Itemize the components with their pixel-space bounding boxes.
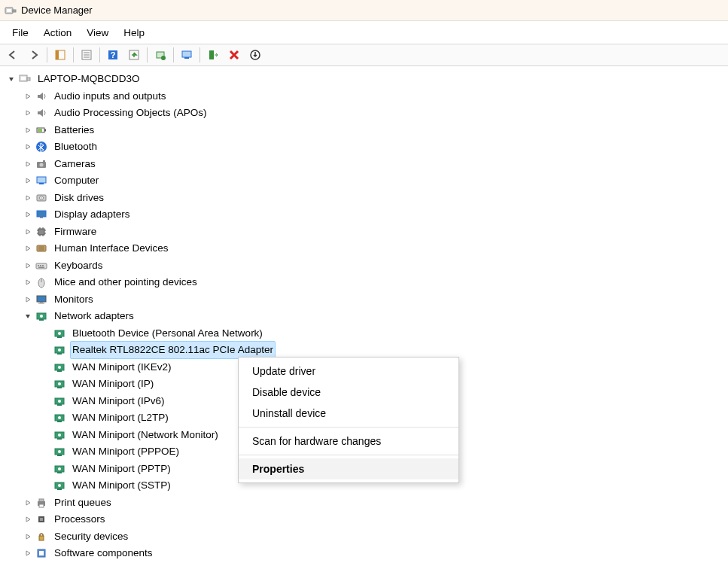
expander-icon[interactable] [23, 296, 33, 303]
svg-rect-56 [40, 302, 43, 303]
expander-icon[interactable] [23, 126, 33, 134]
device-label[interactable]: WAN Miniport (IKEv2) [70, 358, 174, 376]
svg-point-26 [40, 163, 44, 166]
enable-device-button[interactable] [203, 46, 223, 64]
svg-rect-71 [57, 387, 62, 388]
expander-icon[interactable] [23, 211, 33, 218]
menu-view[interactable]: View [79, 24, 116, 41]
category-label[interactable]: Software components [52, 544, 155, 562]
context-menu-separator [239, 427, 458, 428]
category-label[interactable]: Processors [52, 510, 108, 528]
svg-rect-2 [13, 10, 16, 12]
svg-point-84 [58, 450, 61, 453]
show-hide-console-button[interactable] [50, 46, 70, 64]
expander-icon[interactable] [23, 177, 33, 184]
category-label[interactable]: Bluetooth [52, 138, 99, 156]
svg-point-87 [58, 467, 61, 470]
context-menu-item[interactable]: Properties [239, 458, 458, 479]
menu-help[interactable]: Help [116, 24, 152, 41]
context-menu-item[interactable]: Scan for hardware changes [239, 431, 458, 452]
device-label[interactable]: WAN Miniport (IP) [70, 375, 156, 393]
svg-rect-1 [7, 9, 11, 12]
svg-point-60 [40, 315, 43, 318]
context-menu-item[interactable]: Update driver [239, 361, 458, 382]
context-menu-item[interactable]: Uninstall device [239, 403, 458, 424]
svg-point-72 [58, 382, 61, 385]
security-icon [35, 531, 48, 543]
device-label[interactable]: WAN Miniport (Network Monitor) [70, 426, 221, 444]
svg-rect-34 [40, 217, 43, 218]
category-label[interactable]: Audio inputs and outputs [52, 87, 169, 105]
category-label[interactable]: Network adapters [52, 307, 136, 325]
expander-icon[interactable] [23, 194, 33, 202]
expander-icon[interactable] [23, 228, 33, 236]
category-label[interactable]: Mice and other pointing devices [52, 273, 200, 291]
category-label[interactable]: Firmware [52, 223, 99, 241]
context-menu-separator [239, 455, 458, 455]
svg-rect-49 [38, 265, 39, 266]
category-label[interactable]: Monitors [52, 291, 96, 309]
disable-device-button[interactable] [224, 46, 244, 64]
device-label[interactable]: WAN Miniport (IPv6) [70, 392, 167, 410]
properties-button[interactable] [77, 46, 96, 64]
category-label[interactable]: Disk drives [52, 189, 106, 207]
window-title: Device Manager [21, 5, 93, 16]
context-menu: Update driverDisable deviceUninstall dev… [238, 357, 459, 483]
expander-icon[interactable] [23, 93, 33, 100]
device-label[interactable]: WAN Miniport (L2TP) [70, 409, 171, 427]
svg-rect-51 [42, 265, 44, 266]
category-label[interactable]: Display adapters [52, 205, 133, 224]
expander-icon[interactable] [23, 160, 33, 168]
svg-rect-23 [38, 129, 42, 132]
context-menu-item[interactable]: Disable device [239, 382, 458, 403]
svg-rect-77 [57, 421, 62, 422]
menu-file[interactable]: File [5, 24, 36, 41]
expander-icon[interactable] [23, 499, 33, 507]
svg-rect-52 [38, 266, 44, 268]
expander-icon[interactable] [23, 245, 33, 252]
expander-icon[interactable] [23, 516, 33, 523]
category-label[interactable]: Cameras [52, 155, 98, 173]
monitor-icon [35, 294, 48, 306]
printer-icon [35, 497, 48, 509]
battery-icon [35, 124, 48, 136]
device-tree[interactable]: LAPTOP-MQBCDD3O Audio inputs and outputs… [0, 66, 728, 563]
category-label[interactable]: Keyboards [52, 257, 105, 275]
root-node-label[interactable]: LAPTOP-MQBCDD3O [35, 70, 142, 88]
svg-rect-33 [37, 211, 46, 217]
svg-rect-22 [44, 129, 46, 131]
expander-icon[interactable] [23, 143, 33, 151]
titlebar: Device Manager [0, 0, 728, 21]
svg-rect-62 [57, 336, 62, 338]
scan-hardware-button[interactable] [177, 46, 196, 64]
expander-icon[interactable] [6, 75, 17, 83]
back-button[interactable] [3, 46, 23, 64]
update-driver-button[interactable] [151, 46, 170, 64]
expander-icon[interactable] [23, 109, 33, 117]
svg-rect-35 [38, 229, 44, 235]
help-button[interactable]: ? [103, 46, 123, 64]
expander-icon[interactable] [23, 533, 33, 540]
menu-action[interactable]: Action [36, 24, 80, 41]
category-label[interactable]: Batteries [52, 121, 96, 139]
action-button[interactable] [124, 46, 144, 64]
svg-point-13 [161, 56, 166, 60]
expander-icon[interactable] [23, 549, 33, 557]
network-icon [53, 479, 66, 491]
expander-icon[interactable] [23, 278, 33, 286]
expander-icon[interactable] [23, 312, 33, 320]
expander-icon[interactable] [23, 262, 33, 269]
category-label[interactable]: Security devices [52, 528, 130, 546]
device-label[interactable]: WAN Miniport (PPPOE) [70, 443, 181, 461]
device-label[interactable]: WAN Miniport (PPTP) [70, 460, 173, 478]
forward-button[interactable] [24, 46, 44, 64]
category-label[interactable]: Computer [52, 172, 101, 190]
keyboard-icon [35, 260, 48, 272]
device-label[interactable]: WAN Miniport (SSTP) [70, 476, 173, 495]
category-label[interactable]: Audio Processing Objects (APOs) [52, 104, 209, 122]
uninstall-device-button[interactable] [245, 46, 265, 64]
device-label[interactable]: Bluetooth Device (Personal Area Network) [70, 324, 265, 342]
toolbar-sep [99, 47, 100, 62]
category-label[interactable]: Print queues [52, 494, 114, 512]
category-label[interactable]: Human Interface Devices [52, 239, 171, 257]
